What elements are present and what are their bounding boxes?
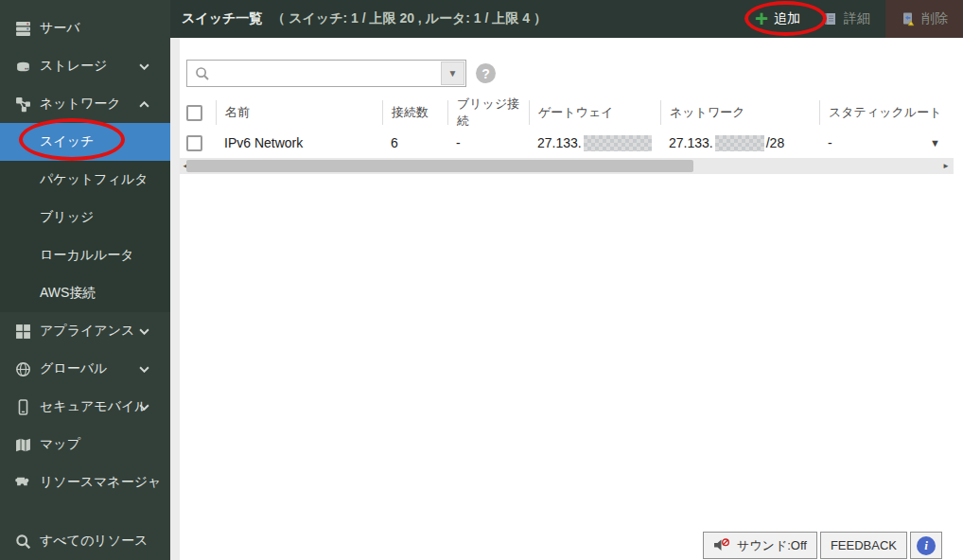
sidebar-item-label: アプライアンス — [40, 323, 134, 340]
sidebar-item-label: マップ — [40, 436, 80, 453]
sidebar-item-global[interactable]: グローバル — [0, 350, 170, 388]
horizontal-scrollbar[interactable]: ◄ ► — [180, 158, 954, 174]
column-header-network[interactable]: ネットワーク — [660, 100, 819, 125]
cell-connections: 6 — [382, 131, 447, 155]
sound-button-label: サウンド:Off — [737, 537, 807, 554]
search-dropdown-button[interactable]: ▼ — [441, 61, 464, 85]
content-gutter — [170, 38, 180, 560]
row-dropdown-icon[interactable]: ▼ — [930, 137, 940, 149]
switch-table: 名前 接続数 ブリッジ接続 ゲートウェイ ネットワーク スタティックルート IP… — [180, 97, 954, 158]
app-window: サーバ ストレージ ネットワーク スイッチ パケットフィルタ — [0, 0, 963, 560]
sidebar-item-network[interactable]: ネットワーク — [0, 85, 170, 123]
page-header: スイッチ一覧 （ スイッチ: 1 / 上限 20 , ルータ: 1 / 上限 4… — [170, 0, 963, 38]
sidebar-item-label: セキュアモバイル — [40, 398, 149, 415]
cell-gateway: 27.133. — [529, 131, 660, 155]
feedback-button-label: FEEDBACK — [831, 538, 897, 552]
appliance-icon — [14, 323, 31, 340]
sidebar-item-aws-connect[interactable]: AWS接続 — [0, 274, 170, 312]
select-all-checkbox[interactable] — [186, 105, 202, 121]
detail-button[interactable]: 詳細 — [812, 0, 882, 38]
feedback-button[interactable]: FEEDBACK — [820, 532, 907, 559]
sidebar: サーバ ストレージ ネットワーク スイッチ パケットフィルタ — [0, 0, 170, 560]
chevron-down-icon: ▼ — [448, 68, 458, 79]
sidebar-item-label: サーバ — [40, 20, 80, 37]
footer-toolbar: サウンド:Off FEEDBACK i — [703, 532, 942, 559]
delete-icon — [901, 11, 916, 26]
sound-toggle-button[interactable]: サウンド:Off — [703, 532, 817, 559]
sidebar-item-label: ローカルルータ — [40, 247, 134, 264]
sidebar-item-server[interactable]: サーバ — [0, 9, 170, 47]
delete-button-label: 削除 — [921, 10, 948, 27]
sidebar-item-label: スイッチ — [40, 133, 94, 150]
sidebar-item-map[interactable]: マップ — [0, 426, 170, 464]
sidebar-item-local-router[interactable]: ローカルルータ — [0, 236, 170, 274]
detail-button-label: 詳細 — [844, 10, 870, 27]
storage-icon — [14, 58, 31, 75]
column-header-name[interactable]: 名前 — [216, 100, 382, 125]
resource-counts: （ スイッチ: 1 / 上限 20 , ルータ: 1 / 上限 4 ） — [271, 10, 547, 27]
main-content: ▼ ? 名前 接続数 ブリッジ接続 ゲートウェイ ネットワーク スタティックルー… — [180, 38, 963, 560]
chevron-down-icon — [139, 404, 149, 411]
cell-static-route: - ▼ — [819, 131, 954, 155]
cell-network: 27.133. /28 — [660, 131, 819, 155]
cell-bridge: - — [447, 131, 529, 155]
column-header-connections[interactable]: 接続数 — [382, 100, 447, 125]
scroll-right-icon[interactable]: ► — [940, 158, 952, 174]
detail-icon — [823, 11, 838, 26]
column-header-bridge[interactable]: ブリッジ接続 — [447, 100, 529, 125]
chevron-down-icon — [139, 328, 149, 335]
add-button[interactable]: + 追加 — [744, 0, 812, 38]
column-header-gateway[interactable]: ゲートウェイ — [529, 100, 660, 125]
help-icon[interactable]: ? — [476, 63, 496, 83]
search-icon — [195, 66, 210, 81]
sidebar-item-label: リソースマネージャ — [40, 474, 161, 491]
info-icon: i — [917, 536, 936, 555]
sidebar-item-label: AWS接続 — [40, 285, 96, 302]
sidebar-item-label: ブリッジ — [40, 209, 94, 226]
sidebar-item-resource-manager[interactable]: リソースマネージャ — [0, 464, 170, 501]
mobile-icon — [14, 398, 31, 415]
info-button[interactable]: i — [910, 532, 942, 559]
sidebar-item-packet-filter[interactable]: パケットフィルタ — [0, 161, 170, 199]
row-checkbox[interactable] — [186, 135, 202, 151]
sidebar-item-switch[interactable]: スイッチ — [0, 123, 170, 161]
masked-value — [584, 135, 652, 151]
page-title: スイッチ一覧 — [182, 10, 262, 27]
delete-button[interactable]: 削除 — [885, 0, 963, 38]
add-button-label: 追加 — [774, 10, 800, 27]
sidebar-item-all-resources[interactable]: すべてのリソース — [0, 522, 170, 560]
sidebar-item-label: ネットワーク — [40, 96, 121, 113]
plus-icon: + — [755, 9, 768, 28]
table-row[interactable]: IPv6 Network 6 - 27.133. 27.133. /28 - ▼ — [180, 128, 954, 158]
chevron-down-icon — [139, 63, 149, 70]
network-icon — [14, 96, 31, 113]
table-header-row: 名前 接続数 ブリッジ接続 ゲートウェイ ネットワーク スタティックルート — [180, 97, 954, 128]
search-box: ▼ — [186, 60, 466, 87]
speaker-muted-icon — [713, 538, 731, 552]
scrollbar-thumb[interactable] — [186, 160, 693, 172]
sidebar-item-storage[interactable]: ストレージ — [0, 47, 170, 85]
chevron-up-icon — [139, 101, 149, 108]
globe-icon — [14, 360, 31, 377]
masked-value — [715, 135, 764, 151]
puzzle-icon — [14, 474, 31, 491]
server-icon — [14, 20, 31, 37]
sidebar-item-label: グローバル — [40, 360, 107, 377]
cell-name: IPv6 Network — [216, 131, 382, 155]
sidebar-item-appliance[interactable]: アプライアンス — [0, 312, 170, 350]
map-icon — [14, 436, 31, 453]
column-header-static-route[interactable]: スタティックルート — [819, 100, 954, 125]
sidebar-item-label: すべてのリソース — [40, 533, 148, 550]
sidebar-item-bridge[interactable]: ブリッジ — [0, 199, 170, 236]
search-icon — [14, 533, 31, 550]
header-actions: + 追加 詳細 削除 — [744, 0, 963, 38]
search-input[interactable] — [210, 61, 441, 85]
sidebar-item-secure-mobile[interactable]: セキュアモバイル — [0, 388, 170, 426]
chevron-down-icon — [139, 366, 149, 373]
sidebar-item-label: パケットフィルタ — [40, 171, 149, 188]
sidebar-item-label: ストレージ — [40, 58, 107, 75]
